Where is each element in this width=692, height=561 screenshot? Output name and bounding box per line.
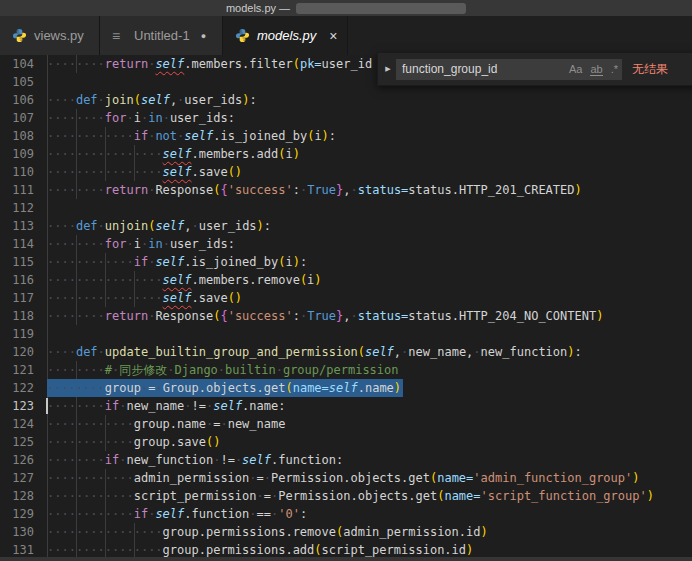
redacted-workspace-name [296,3,466,14]
code-token: ( [358,345,365,359]
code-token: = [264,489,271,503]
line-number[interactable]: 122 [0,379,34,397]
code-line[interactable]: 106····def·join(self,·user_ids): [0,91,692,109]
line-number[interactable]: 108 [0,127,34,145]
whitespace-dots: ················ [47,273,163,287]
close-tab-icon[interactable]: × [329,28,337,44]
window-titlebar[interactable]: models.py — [0,0,692,16]
code-line[interactable]: 114········for·i·in·user_ids: [0,235,692,253]
line-number[interactable]: 114 [0,235,34,253]
code-line[interactable]: 108············if·not·self.is_joined_by(… [0,127,692,145]
line-number[interactable]: 116 [0,271,34,289]
code-token: i [134,237,141,251]
code-line[interactable]: 122········group·=·Group.objects.get(nam… [0,379,692,397]
code-line[interactable]: 124············group.name·=·new_name [0,415,692,433]
code-token: Response [155,183,213,197]
whitespace-dots: · [184,399,191,413]
match-case-icon[interactable]: Aa [569,63,582,75]
code-token: in [148,237,162,251]
code-text: ········if·new_function·!=·self.function… [47,451,343,469]
code-token: name= [437,471,473,485]
code-text: ········group·=·Group.objects.get(name=s… [47,379,401,397]
line-number[interactable]: 118 [0,307,34,325]
line-number[interactable]: 115 [0,253,34,271]
code-token: , [343,183,350,197]
line-number[interactable]: 107 [0,109,34,127]
code-line[interactable]: 110················self.save() [0,163,692,181]
line-number[interactable]: 126 [0,451,34,469]
code-line[interactable]: 126········if·new_function·!=·self.funct… [0,451,692,469]
code-line[interactable]: 129············if·self.function·==·'0': [0,505,692,523]
line-number[interactable]: 110 [0,163,34,181]
code-text: ········return·self.members.filter(pk=us… [47,55,372,73]
whitespace-dots: · [351,183,358,197]
code-token: self [365,345,394,359]
code-line[interactable]: 111········return·Response({'success':·T… [0,181,692,199]
line-number[interactable]: 124 [0,415,34,433]
code-line[interactable]: 113····def·unjoin(self,·user_ids): [0,217,692,235]
code-line[interactable]: 116················self.members.remove(i… [0,271,692,289]
line-number[interactable]: 106 [0,91,34,109]
code-token: ( [285,381,292,395]
line-number[interactable]: 111 [0,181,34,199]
code-token: Response [155,309,213,323]
code-line[interactable]: 130················group.permissions.rem… [0,523,692,541]
code-token: status= [358,309,409,323]
code-line[interactable]: 120····def·update_builtin_group_and_perm… [0,343,692,361]
code-line[interactable]: 119 [0,325,692,343]
code-token: .function [184,507,249,521]
find-input[interactable] [396,62,565,76]
line-number[interactable]: 128 [0,487,34,505]
code-line[interactable]: 117················self.save() [0,289,692,307]
find-expand-chevron-icon[interactable]: ▶ [382,53,394,85]
code-line[interactable]: 128············script_permission·=·Permi… [0,487,692,505]
line-number[interactable]: 112 [0,199,34,217]
line-number[interactable]: 113 [0,217,34,235]
code-line[interactable]: 112 [0,199,692,217]
line-number[interactable]: 105 [0,73,34,91]
line-number[interactable]: 123 [0,397,34,415]
line-number[interactable]: 109 [0,145,34,163]
line-number[interactable]: 121 [0,361,34,379]
code-token: 'script_function_group' [481,489,647,503]
code-token: group.permissions.remove [163,525,336,539]
code-line[interactable]: 109················self.members.add(i) [0,145,692,163]
line-number[interactable]: 104 [0,55,34,73]
code-line[interactable]: 121········#·同步修改·Django·builtin·group/p… [0,361,692,379]
code-line[interactable]: 107········for·i·in·user_ids: [0,109,692,127]
code-token: unjoin [105,219,148,233]
code-line[interactable]: 125············group.save() [0,433,692,451]
code-token: def [76,219,98,233]
whitespace-dots: · [98,93,105,107]
code-text: ················self.save() [47,163,242,181]
code-token: status= [358,183,409,197]
code-line[interactable]: 115············if·self.is_joined_by(i): [0,253,692,271]
line-number[interactable]: 127 [0,469,34,487]
line-number[interactable]: 125 [0,433,34,451]
line-number[interactable]: 119 [0,325,34,343]
code-editor[interactable]: 104········return·self.members.filter(pk… [0,55,692,561]
regex-icon[interactable]: .* [611,63,618,75]
code-line[interactable]: 118········return·Response({'success':·T… [0,307,692,325]
code-token: user_id [322,57,373,71]
line-number[interactable]: 129 [0,505,34,523]
line-number[interactable]: 117 [0,289,34,307]
line-number[interactable]: 120 [0,343,34,361]
tab-untitled-1[interactable]: ≡ Untitled-1 ● [100,16,223,55]
code-token: return [105,57,148,71]
code-token: ) [647,489,654,503]
code-line[interactable]: 123········if·new_name·!=·self.name: [0,397,692,415]
line-number[interactable]: 130 [0,523,34,541]
code-line[interactable]: 127············admin_permission·=·Permis… [0,469,692,487]
code-text: ········return·Response({'success':·True… [47,181,582,199]
whole-word-icon[interactable]: ab [590,63,602,76]
whitespace-dots: · [155,381,162,395]
code-token: == [257,507,271,521]
code-token: if [134,129,148,143]
code-token: self [163,165,192,179]
tab-models-py[interactable]: models.py × [223,16,348,55]
code-text: ············group.save() [47,433,220,451]
code-token: .members.remove [192,273,300,287]
code-text: ········if·new_name·!=·self.name: [47,397,285,415]
tab-views-py[interactable]: views.py [0,16,100,55]
